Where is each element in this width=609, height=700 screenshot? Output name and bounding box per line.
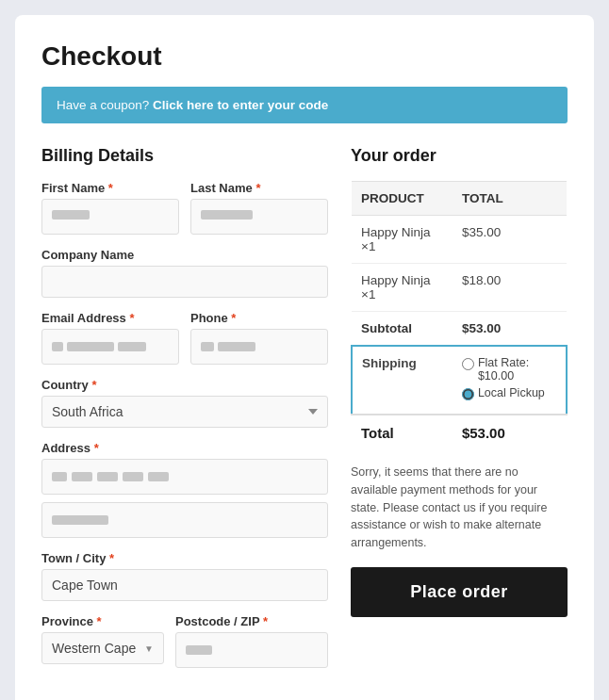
first-name-group: First Name * [41, 181, 179, 235]
item1-total: $35.00 [453, 216, 567, 264]
phone-label: Phone * [190, 311, 328, 325]
email-label: Email Address * [41, 311, 179, 325]
order-table-header: PRODUCT TOTAL [352, 182, 567, 216]
email-input[interactable] [41, 329, 179, 365]
company-name-input[interactable] [41, 266, 328, 298]
table-row: Happy Ninja ×1 $35.00 [352, 216, 567, 264]
total-label: Total [352, 415, 453, 450]
product-column-header: PRODUCT [352, 182, 453, 216]
order-table: PRODUCT TOTAL Happy Ninja ×1 $35.00 [351, 181, 568, 450]
postcode-input[interactable] [175, 632, 328, 668]
first-name-label: First Name * [41, 181, 179, 195]
coupon-text: Have a coupon? [57, 98, 149, 112]
order-section: Your order PRODUCT TOTAL Happy Ninja ×1 … [351, 146, 568, 617]
page-title: Checkout [41, 41, 568, 72]
province-caret-icon: ▼ [144, 643, 154, 654]
table-row: Happy Ninja ×1 $18.00 [352, 264, 567, 312]
town-city-input[interactable] [41, 569, 328, 601]
total-column-header: TOTAL [453, 182, 567, 216]
company-name-group: Company Name [41, 248, 328, 298]
billing-section-title: Billing Details [41, 146, 328, 166]
town-city-group: Town / City * [41, 551, 328, 601]
first-name-input[interactable] [41, 199, 179, 235]
province-postcode-row: Province * Western Cape Eastern Cape Gau… [41, 614, 328, 668]
last-name-label: Last Name * [190, 181, 328, 195]
address-input-line1[interactable] [41, 459, 328, 495]
postcode-group: Postcode / ZIP * [175, 614, 328, 668]
local-pickup-radio[interactable] [462, 388, 474, 400]
main-layout: Billing Details First Name * Last Name * [41, 146, 568, 681]
total-row: Total $53.00 [352, 415, 567, 450]
local-pickup-label: Local Pickup [478, 386, 545, 399]
email-group: Email Address * [41, 311, 179, 365]
flat-rate-label: Flat Rate: $10.00 [478, 356, 556, 383]
email-phone-row: Email Address * Phone * [41, 311, 328, 365]
province-label: Province * [41, 614, 164, 628]
flat-rate-radio[interactable] [462, 358, 474, 370]
country-group: Country * South Africa [41, 378, 328, 428]
coupon-link[interactable]: Click here to enter your code [153, 98, 328, 112]
phone-group: Phone * [190, 311, 328, 365]
shipping-label: Shipping [352, 346, 453, 415]
postcode-label: Postcode / ZIP * [175, 614, 328, 628]
address-label: Address * [41, 441, 328, 455]
coupon-banner: Have a coupon? Click here to enter your … [41, 87, 568, 123]
checkout-page: Checkout Have a coupon? Click here to en… [15, 15, 594, 700]
province-group: Province * Western Cape Eastern Cape Gau… [41, 614, 164, 668]
address-group: Address * [41, 441, 328, 538]
last-name-group: Last Name * [190, 181, 328, 235]
last-name-input[interactable] [190, 199, 328, 235]
phone-input[interactable] [190, 329, 328, 365]
subtotal-row: Subtotal $53.00 [352, 312, 567, 347]
town-city-label: Town / City * [41, 551, 328, 565]
address-input-line2[interactable] [41, 502, 328, 538]
shipping-options: Flat Rate: $10.00 Local Pickup [453, 346, 567, 415]
total-value: $53.00 [453, 415, 567, 450]
item2-name: Happy Ninja ×1 [352, 264, 453, 312]
province-select[interactable]: Western Cape Eastern Cape Gauteng KwaZul… [52, 641, 139, 656]
company-name-label: Company Name [41, 248, 328, 262]
order-section-title: Your order [351, 146, 568, 166]
billing-section: Billing Details First Name * Last Name * [41, 146, 328, 681]
shipping-option-local-pickup[interactable]: Local Pickup [462, 386, 556, 400]
place-order-button[interactable]: Place order [351, 567, 568, 617]
item1-name: Happy Ninja ×1 [352, 216, 453, 264]
shipping-option-flat-rate[interactable]: Flat Rate: $10.00 [462, 356, 556, 383]
shipping-row: Shipping Flat Rate: $10.00 Local Pickup [352, 346, 567, 415]
name-row: First Name * Last Name * [41, 181, 328, 235]
item2-total: $18.00 [453, 264, 567, 312]
subtotal-label: Subtotal [352, 312, 453, 347]
country-select[interactable]: South Africa [41, 396, 328, 428]
country-label: Country * [41, 378, 328, 392]
subtotal-value: $53.00 [453, 312, 567, 347]
payment-notice: Sorry, it seems that there are no availa… [351, 464, 568, 552]
province-select-wrapper[interactable]: Western Cape Eastern Cape Gauteng KwaZul… [41, 632, 164, 664]
